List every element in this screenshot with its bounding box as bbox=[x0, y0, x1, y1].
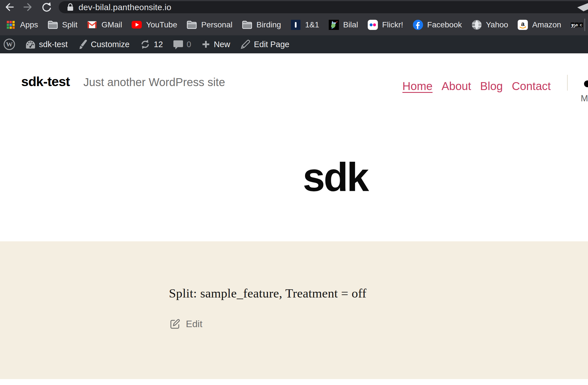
admin-comments[interactable]: 0 bbox=[173, 39, 191, 49]
search-icon[interactable] bbox=[584, 80, 588, 87]
mouse-cursor bbox=[577, 3, 588, 12]
bookmark-bilal[interactable]: Bilal bbox=[329, 20, 358, 30]
edit-link-label: Edit bbox=[186, 318, 202, 329]
address-bar[interactable]: dev-bilal.pantheonsite.io bbox=[59, 1, 588, 13]
browser-toolbar: dev-bilal.pantheonsite.io bbox=[0, 0, 588, 14]
footer-section-start bbox=[0, 379, 588, 385]
split-status-text: Split: sample_feature, Treatment = off bbox=[169, 286, 367, 301]
bookmark-label: Yahoo bbox=[486, 20, 508, 29]
lock-icon bbox=[67, 3, 74, 12]
bookmarks-overflow-chevron[interactable]: » bbox=[571, 19, 576, 30]
bookmarks-bar: Apps Split GMail YouTube Personal bbox=[0, 14, 588, 35]
menu-label-partial[interactable]: M bbox=[581, 93, 588, 104]
folder-icon bbox=[187, 20, 197, 30]
bookmark-apps[interactable]: Apps bbox=[6, 20, 38, 30]
bookmark-label: Birding bbox=[256, 20, 281, 29]
updates-refresh-icon bbox=[140, 39, 151, 50]
oneandone-icon bbox=[291, 20, 301, 30]
apps-grid-icon bbox=[6, 20, 16, 30]
bookmark-label: 1&1 bbox=[305, 20, 319, 29]
svg-text:C: C bbox=[580, 23, 582, 27]
bookmark-yahoo[interactable]: Yahoo bbox=[472, 20, 508, 30]
admin-updates-count: 12 bbox=[154, 40, 163, 49]
youtube-icon bbox=[132, 20, 142, 30]
admin-new[interactable]: New bbox=[201, 40, 230, 49]
wordpress-logo-icon: W bbox=[3, 38, 15, 50]
bookmark-birding-folder[interactable]: Birding bbox=[242, 20, 281, 30]
bookmark-label: Apps bbox=[20, 20, 38, 29]
wp-admin-bar: W sdk-test Customize 12 0 bbox=[0, 35, 588, 53]
admin-edit-page[interactable]: Edit Page bbox=[240, 39, 289, 49]
edit-pencil-square-icon bbox=[169, 318, 181, 329]
hummingbird-icon bbox=[329, 20, 339, 30]
bookmark-facebook[interactable]: Facebook bbox=[413, 20, 462, 30]
bookmark-label: Amazon bbox=[532, 20, 561, 29]
gmail-icon bbox=[87, 20, 97, 30]
admin-site-name[interactable]: sdk-test bbox=[25, 40, 68, 49]
bookmark-youtube[interactable]: YouTube bbox=[132, 20, 177, 30]
back-arrow-icon bbox=[4, 1, 15, 13]
admin-updates[interactable]: 12 bbox=[140, 39, 163, 50]
folder-icon bbox=[242, 20, 252, 30]
site-title[interactable]: sdk-test bbox=[21, 74, 70, 89]
reload-button[interactable] bbox=[37, 0, 56, 14]
svg-text:a: a bbox=[521, 20, 525, 27]
bookmark-label: Personal bbox=[201, 20, 232, 29]
page-content: Split: sample_feature, Treatment = off E… bbox=[0, 241, 588, 379]
bookmark-label: Flickr! bbox=[382, 20, 403, 29]
bookmark-personal-folder[interactable]: Personal bbox=[187, 20, 232, 30]
edit-link[interactable]: Edit bbox=[169, 318, 202, 329]
url-text: dev-bilal.pantheonsite.io bbox=[79, 3, 171, 12]
bookmark-1and1[interactable]: 1&1 bbox=[291, 20, 319, 30]
wp-logo-menu[interactable]: W bbox=[3, 38, 15, 50]
forward-arrow-icon bbox=[22, 1, 34, 13]
bookmark-label: Split bbox=[62, 20, 77, 29]
bookmark-split-folder[interactable]: Split bbox=[48, 20, 77, 30]
paintbrush-icon bbox=[78, 39, 88, 49]
dashboard-gauge-icon bbox=[25, 40, 36, 49]
bookmark-flickr[interactable]: Flickr! bbox=[368, 20, 403, 30]
back-button[interactable] bbox=[0, 0, 19, 14]
admin-comments-count: 0 bbox=[187, 40, 191, 49]
bookmark-label: GMail bbox=[101, 20, 122, 29]
bookmark-amazon[interactable]: a Amazon bbox=[518, 20, 561, 30]
nav-link-blog[interactable]: Blog bbox=[480, 80, 503, 93]
admin-new-label: New bbox=[214, 40, 230, 49]
site-logo[interactable]: sdk bbox=[303, 157, 368, 197]
bookmarks-bar-divider bbox=[584, 19, 585, 31]
comment-bubble-icon bbox=[173, 39, 183, 49]
flickr-icon bbox=[368, 20, 378, 30]
plus-icon bbox=[201, 40, 210, 49]
globe-icon bbox=[472, 20, 482, 30]
site-header: sdk-test Just another WordPress site Hom… bbox=[0, 53, 588, 241]
bookmark-label: YouTube bbox=[146, 20, 177, 29]
admin-customize[interactable]: Customize bbox=[78, 39, 130, 49]
nav-link-contact[interactable]: Contact bbox=[512, 80, 551, 93]
admin-customize-label: Customize bbox=[91, 40, 130, 49]
forward-button[interactable] bbox=[19, 0, 37, 14]
nav-link-about[interactable]: About bbox=[442, 80, 471, 93]
bookmark-label: Facebook bbox=[427, 20, 462, 29]
header-divider bbox=[567, 75, 568, 91]
pencil-icon bbox=[240, 39, 251, 49]
admin-edit-page-label: Edit Page bbox=[254, 40, 289, 49]
facebook-icon bbox=[413, 20, 423, 30]
bookmark-gmail[interactable]: GMail bbox=[87, 20, 122, 30]
nav-link-home[interactable]: Home bbox=[402, 80, 433, 93]
bookmark-label: Bilal bbox=[343, 20, 358, 29]
admin-site-name-label: sdk-test bbox=[39, 40, 68, 49]
svg-text:W: W bbox=[6, 41, 13, 48]
reload-icon bbox=[41, 1, 53, 13]
site-branding: sdk-test Just another WordPress site bbox=[21, 74, 225, 89]
primary-nav: Home About Blog Contact bbox=[402, 80, 551, 93]
folder-icon bbox=[48, 20, 58, 30]
site-tagline: Just another WordPress site bbox=[83, 76, 225, 89]
amazon-icon: a bbox=[518, 20, 528, 30]
